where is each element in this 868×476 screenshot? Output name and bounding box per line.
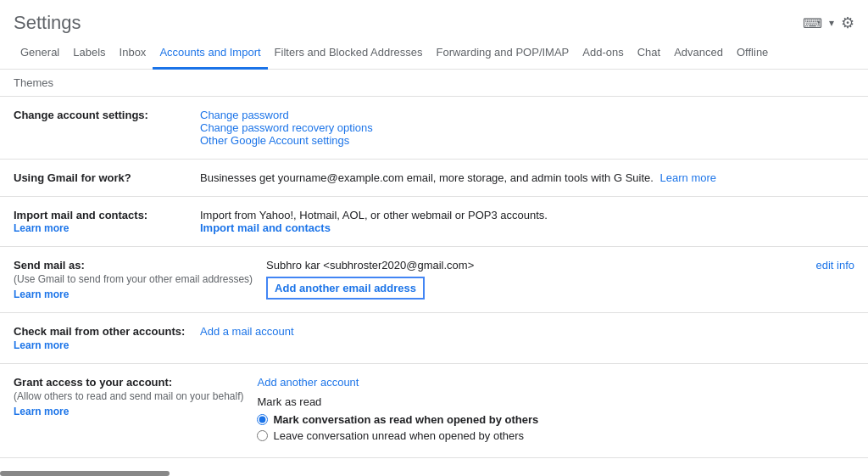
radio-mark-read-input[interactable] (257, 414, 268, 425)
mark-as-read-label: Mark as read (257, 395, 854, 408)
add-email-box[interactable]: Add another email address (266, 277, 425, 300)
change-password-recovery-link[interactable]: Change password recovery options (200, 121, 373, 134)
send-mail-as-label: Send mail as: (Use Gmail to send from yo… (14, 259, 266, 300)
change-account-links: Change password Change password recovery… (200, 109, 854, 147)
tab-forwarding[interactable]: Forwarding and POP/IMAP (429, 37, 576, 70)
gmail-for-work-value: Businesses get yourname@example.com emai… (200, 171, 854, 184)
radio-leave-unread-input[interactable] (257, 430, 268, 441)
tab-inbox[interactable]: Inbox (113, 37, 153, 70)
tab-addons[interactable]: Add-ons (576, 37, 630, 70)
gmail-for-work-learn-more[interactable]: Learn more (660, 171, 716, 184)
grant-access-label: Grant access to your account: (Allow oth… (14, 376, 257, 417)
grant-access-learn-more[interactable]: Learn more (14, 406, 243, 417)
settings-content: Change account settings: Change password… (0, 97, 868, 458)
tab-advanced[interactable]: Advanced (667, 37, 730, 70)
check-mail-value: Add a mail account (200, 325, 854, 338)
import-mail-row: Import mail and contacts: Learn more Imp… (0, 197, 868, 247)
send-mail-as-row: Send mail as: (Use Gmail to send from yo… (0, 247, 868, 313)
tab-accounts-import[interactable]: Accounts and Import (153, 37, 267, 70)
scrollbar[interactable] (0, 471, 170, 476)
add-another-account-link[interactable]: Add another account (257, 376, 359, 389)
add-email-link[interactable]: Add another email address (275, 282, 416, 294)
import-mail-description: Import from Yahoo!, Hotmail, AOL, or oth… (200, 209, 854, 221)
page-title: Settings (14, 12, 81, 34)
tab-labels[interactable]: Labels (66, 37, 112, 70)
radio-group-mark-read: Mark conversation as read when opened by… (257, 413, 854, 442)
check-mail-label: Check mail from other accounts: Learn mo… (14, 325, 200, 351)
check-mail-learn-more[interactable]: Learn more (14, 339, 186, 351)
tab-general[interactable]: General (14, 37, 66, 70)
other-google-account-link[interactable]: Other Google Account settings (200, 134, 349, 147)
header: Settings ⌨ ▾ ⚙ (0, 0, 868, 34)
send-mail-email-display: Subhro kar <subhroster2020@gmail.com> (266, 259, 474, 272)
add-mail-account-link[interactable]: Add a mail account (200, 325, 294, 338)
edit-info-link[interactable]: edit info (802, 259, 854, 272)
grant-access-value: Add another account Mark as read Mark co… (257, 376, 854, 445)
gmail-for-work-label: Using Gmail for work? (14, 171, 200, 184)
radio-leave-unread-label: Leave conversation unread when opened by… (273, 429, 524, 442)
tab-offline[interactable]: Offline (730, 37, 775, 70)
gmail-for-work-row: Using Gmail for work? Businesses get you… (0, 160, 868, 197)
nav-tabs: General Labels Inbox Accounts and Import… (0, 37, 868, 70)
tab-filters[interactable]: Filters and Blocked Addresses (268, 37, 430, 70)
tab-chat[interactable]: Chat (631, 37, 667, 70)
import-mail-value: Import from Yahoo!, Hotmail, AOL, or oth… (200, 209, 854, 234)
import-mail-action-link[interactable]: Import mail and contacts (200, 221, 331, 234)
radio-mark-read-label: Mark conversation as read when opened by… (273, 413, 538, 426)
change-account-row: Change account settings: Change password… (0, 97, 868, 160)
keyboard-icon[interactable]: ⌨ (803, 15, 822, 31)
change-password-link[interactable]: Change password (200, 109, 289, 121)
import-mail-learn-more[interactable]: Learn more (14, 222, 69, 234)
send-mail-as-email-row: Subhro kar <subhroster2020@gmail.com> ed… (266, 259, 854, 272)
send-mail-learn-more[interactable]: Learn more (14, 288, 253, 300)
themes-tab[interactable]: Themes (0, 70, 868, 97)
send-mail-as-value: Subhro kar <subhroster2020@gmail.com> ed… (266, 259, 854, 300)
gmail-for-work-description: Businesses get yourname@example.com emai… (200, 171, 654, 184)
radio-mark-read-option[interactable]: Mark conversation as read when opened by… (257, 413, 854, 426)
settings-gear-icon[interactable]: ⚙ (841, 14, 854, 32)
import-mail-label: Import mail and contacts: Learn more (14, 209, 200, 234)
check-mail-row: Check mail from other accounts: Learn mo… (0, 313, 868, 364)
header-icons: ⌨ ▾ ⚙ (803, 14, 854, 32)
keyboard-dropdown-icon[interactable]: ▾ (829, 17, 834, 29)
radio-leave-unread-option[interactable]: Leave conversation unread when opened by… (257, 429, 854, 442)
change-account-label: Change account settings: (14, 109, 200, 121)
grant-access-row: Grant access to your account: (Allow oth… (0, 364, 868, 458)
